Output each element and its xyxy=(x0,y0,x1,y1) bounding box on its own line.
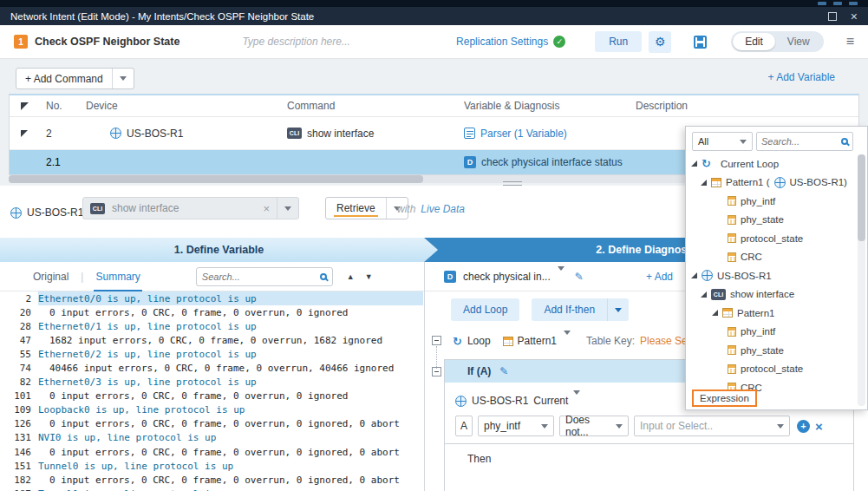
replication-settings-link[interactable]: Replication Settings xyxy=(456,36,548,48)
scope-caret-icon[interactable] xyxy=(573,395,580,407)
window-titlebar: Network Intent (Edit Mode) - My Intents/… xyxy=(0,7,868,25)
code-line[interactable]: 187Tunnel1 is up, line protocol is up xyxy=(0,487,423,491)
tree-scrollbar[interactable] xyxy=(858,154,865,406)
tree-item-current-loop[interactable]: ↻ Current Loop xyxy=(686,154,855,173)
pattern-caret-icon[interactable] xyxy=(564,335,571,347)
add-command-button[interactable]: + Add Command xyxy=(16,68,134,89)
tree-item-field[interactable]: protocol_state xyxy=(686,229,855,248)
code-line[interactable]: 471682 input errors, 0 CRC, 0 frame, 0 o… xyxy=(0,333,423,347)
code-line-selected[interactable]: 2Ethernet0/0 is up, line protocol is up xyxy=(0,291,423,305)
expand-icon[interactable] xyxy=(701,180,707,186)
expand-icon[interactable] xyxy=(712,310,718,316)
code-line[interactable]: 1260 input errors, 0 CRC, 0 frame, 0 ove… xyxy=(0,417,423,431)
tree-item-device[interactable]: US-BOS-R1 xyxy=(686,266,855,285)
code-search-box[interactable] xyxy=(196,267,333,286)
device-globe-icon xyxy=(110,128,121,139)
edit-diagnosis-icon[interactable]: ✎ xyxy=(575,271,584,283)
condition-value-select[interactable]: Input or Select.. xyxy=(634,416,790,436)
scope-dropdown[interactable]: Current xyxy=(533,395,568,407)
retrieve-button[interactable]: Retrieve xyxy=(325,197,408,219)
description-input[interactable] xyxy=(242,36,428,48)
condition-variable-select[interactable]: phy_intf xyxy=(478,416,554,436)
view-mode-tab[interactable]: View xyxy=(775,33,822,50)
run-settings-gear-icon[interactable]: ⚙ xyxy=(649,31,671,53)
code-line[interactable]: 7440466 input errors, 0 CRC, 0 frame, 0 … xyxy=(0,361,423,375)
code-line[interactable]: 1820 input errors, 0 CRC, 0 frame, 0 ove… xyxy=(0,473,423,487)
field-column-icon xyxy=(728,196,736,206)
expand-icon[interactable] xyxy=(691,160,697,167)
code-line[interactable]: 151Tunnel0 is up, line protocol is up xyxy=(0,459,423,473)
next-match-icon[interactable]: ▼ xyxy=(365,272,373,281)
tree-item-pattern1[interactable]: Pattern1 xyxy=(686,304,855,323)
line-number: 28 xyxy=(0,321,31,332)
tree-filter-bar: All xyxy=(686,127,867,156)
code-line[interactable]: 131NVI0 is up, line protocol is up xyxy=(0,431,423,445)
row-collapse-icon[interactable] xyxy=(21,130,28,137)
scrollbar-thumb[interactable] xyxy=(9,175,423,183)
tree-filter-select[interactable]: All xyxy=(692,132,753,151)
run-button[interactable]: Run xyxy=(595,31,642,52)
search-icon[interactable] xyxy=(841,138,848,145)
tree-item-field[interactable]: phy_state xyxy=(686,211,855,230)
expand-icon[interactable] xyxy=(701,291,707,298)
expand-icon[interactable] xyxy=(691,272,697,278)
command-select[interactable]: CLI show interface × xyxy=(82,197,299,219)
search-icon[interactable] xyxy=(320,273,327,280)
add-condition-icon[interactable]: + xyxy=(797,420,810,433)
code-line[interactable]: 28Ethernet0/1 is up, line protocol is up xyxy=(0,319,423,333)
pattern-table-icon xyxy=(722,308,733,318)
tree-item-pattern1-scoped[interactable]: Pattern1 ( US-BOS-R1) xyxy=(686,173,855,193)
menu-icon[interactable]: ≡ xyxy=(846,35,854,49)
code-line[interactable]: 55Ethernet0/2 is up, line protocol is up xyxy=(0,347,423,361)
line-number: 47 xyxy=(0,335,31,346)
code-line[interactable]: 1460 input errors, 0 CRC, 0 frame, 0 ove… xyxy=(0,445,423,459)
code-line[interactable]: 109Loopback0 is up, line protocol is up xyxy=(0,403,423,417)
edit-mode-tab[interactable]: Edit xyxy=(733,33,775,50)
condition-operator-select[interactable]: Does not... xyxy=(559,416,629,436)
add-if-then-button[interactable]: Add If-then xyxy=(532,298,629,321)
collapse-all-icon[interactable] xyxy=(21,102,29,110)
line-number: 55 xyxy=(0,349,31,360)
remove-condition-icon[interactable]: × xyxy=(815,419,823,434)
close-icon[interactable]: × xyxy=(851,10,858,23)
tree-item-expression-highlighted[interactable]: Expression xyxy=(692,390,757,407)
scrollbar-thumb[interactable] xyxy=(858,154,865,241)
loop-pattern-dropdown[interactable]: Pattern1 xyxy=(518,335,557,347)
add-command-label: + Add Command xyxy=(16,73,112,85)
add-if-then-caret-icon[interactable] xyxy=(608,308,629,312)
tree-item-field[interactable]: phy_state xyxy=(686,341,855,360)
clear-command-icon[interactable]: × xyxy=(263,203,270,214)
tab-original[interactable]: Original xyxy=(33,271,69,283)
collapse-loop-icon[interactable] xyxy=(432,336,441,345)
add-variable-link[interactable]: + Add Variable xyxy=(767,71,835,83)
maximize-icon[interactable] xyxy=(828,12,837,21)
code-line[interactable]: 200 input errors, 0 CRC, 0 frame, 0 over… xyxy=(0,305,423,319)
code-line[interactable]: 1010 input errors, 0 CRC, 0 frame, 0 ove… xyxy=(0,390,423,403)
save-icon[interactable] xyxy=(694,36,707,49)
tree-search-box[interactable] xyxy=(756,132,853,151)
parser-link[interactable]: Parser (1 Variable) xyxy=(480,128,567,140)
code-search-input[interactable] xyxy=(202,272,320,282)
diagnosis-title-dropdown[interactable]: check physical in... xyxy=(463,271,551,283)
prev-match-icon[interactable]: ▲ xyxy=(347,272,355,281)
command-caret-icon[interactable] xyxy=(284,206,291,211)
code-line[interactable]: 82Ethernet0/3 is up, line protocol is up xyxy=(0,376,423,390)
line-text: Ethernet0/1 is up, line protocol is up xyxy=(38,321,257,332)
diagnosis-link[interactable]: check physical interface status xyxy=(481,156,623,168)
tree-item-field[interactable]: phy_intf xyxy=(686,323,855,342)
tab-divider: | xyxy=(81,271,83,283)
tree-search-input[interactable] xyxy=(761,136,839,147)
condition-letter: A xyxy=(455,416,473,436)
add-command-caret-icon[interactable] xyxy=(113,76,134,81)
tree-item-field[interactable]: protocol_state xyxy=(686,360,855,379)
tab-summary[interactable]: Summary xyxy=(95,271,140,283)
condition-row: A phy_intf Does not... Input or Select..… xyxy=(455,416,853,436)
tree-item-field[interactable]: phy_intf xyxy=(686,192,855,211)
cli-output-view[interactable]: 2Ethernet0/0 is up, line protocol is up … xyxy=(0,291,423,491)
add-diagnosis-link[interactable]: + Add xyxy=(646,271,673,283)
tree-item-command[interactable]: CLI show interface xyxy=(686,285,855,304)
add-loop-button[interactable]: Add Loop xyxy=(451,298,519,321)
edit-if-icon[interactable]: ✎ xyxy=(499,365,508,377)
tree-item-field[interactable]: CRC xyxy=(686,248,855,267)
diagnosis-caret-icon[interactable] xyxy=(558,271,565,283)
